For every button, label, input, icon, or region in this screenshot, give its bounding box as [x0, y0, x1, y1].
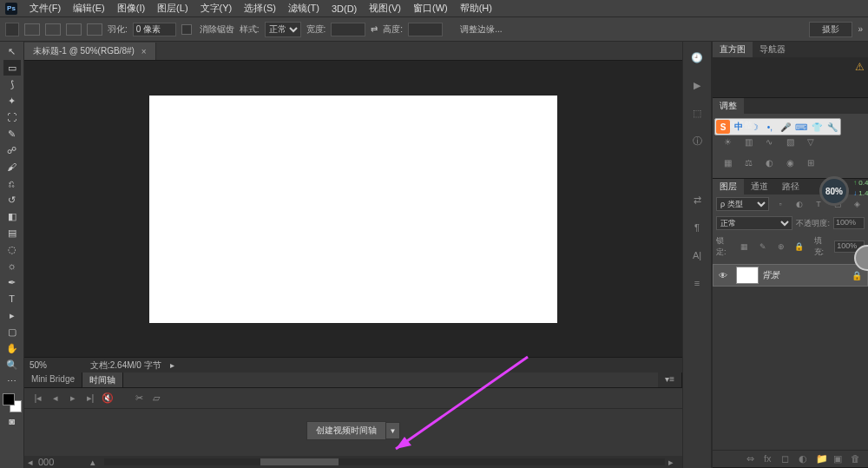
play-icon[interactable]: ▸: [66, 392, 80, 405]
ime-logo-icon[interactable]: S: [716, 120, 730, 134]
tab-mini-bridge[interactable]: Mini Bridge: [24, 372, 82, 387]
channel-mixer-icon[interactable]: ⊞: [803, 155, 819, 169]
path-selection-tool[interactable]: ▸: [3, 307, 21, 323]
group-icon[interactable]: 📁: [816, 453, 828, 465]
menu-filter[interactable]: 滤镜(T): [283, 0, 325, 16]
gradient-tool[interactable]: ▤: [3, 225, 21, 241]
adjustment-layer-icon[interactable]: ◐: [799, 453, 811, 465]
workspace-menu-icon[interactable]: »: [858, 24, 863, 34]
refine-edge-button[interactable]: 调整边缘...: [460, 23, 502, 36]
audio-icon[interactable]: 🔇: [101, 392, 115, 405]
filter-smart-icon[interactable]: ◈: [849, 197, 865, 211]
curves-icon[interactable]: ∿: [761, 135, 777, 148]
tab-adjustments[interactable]: 调整: [713, 98, 744, 114]
eraser-tool[interactable]: ◧: [3, 208, 21, 224]
lock-pixels-icon[interactable]: ✎: [755, 240, 770, 254]
tab-layers[interactable]: 图层: [713, 179, 744, 194]
intersect-selection-icon[interactable]: [87, 23, 102, 36]
tab-navigator[interactable]: 导航器: [753, 42, 792, 57]
dock-history-icon[interactable]: 🕘: [688, 49, 706, 66]
layer-item-background[interactable]: 👁 背景 🔒: [713, 264, 868, 287]
dock-info-icon[interactable]: ⓘ: [688, 132, 706, 149]
move-tool[interactable]: ↖: [3, 43, 21, 59]
marquee-tool[interactable]: ▭: [3, 60, 21, 76]
color-swatches[interactable]: [3, 393, 22, 412]
quick-mask-icon[interactable]: ◙: [3, 413, 21, 429]
menu-file[interactable]: 文件(F): [24, 0, 66, 16]
magic-wand-tool[interactable]: ✦: [3, 93, 21, 109]
blur-tool[interactable]: ◌: [3, 241, 21, 257]
lock-transparent-icon[interactable]: ▦: [737, 240, 752, 254]
menu-image[interactable]: 图像(I): [112, 0, 150, 16]
tab-paths[interactable]: 路径: [775, 179, 806, 194]
brightness-icon[interactable]: ☀: [720, 135, 735, 148]
link-layers-icon[interactable]: ⇔: [746, 453, 759, 465]
brush-tool[interactable]: 🖌: [3, 159, 21, 175]
filter-type-icon[interactable]: T: [811, 197, 826, 211]
panel-menu-icon[interactable]: ▾≡: [658, 372, 682, 387]
next-frame-icon[interactable]: ▸|: [83, 392, 97, 405]
ime-moon-icon[interactable]: ☽: [747, 120, 761, 134]
scroll-up-icon[interactable]: ▴: [90, 457, 101, 468]
new-layer-icon[interactable]: ▣: [833, 453, 845, 465]
layer-name[interactable]: 背景: [762, 269, 852, 281]
shape-tool[interactable]: ▢: [3, 324, 21, 339]
bw-icon[interactable]: ◐: [761, 155, 777, 169]
add-selection-icon[interactable]: [45, 23, 61, 36]
dock-properties-icon[interactable]: ⬚: [688, 104, 706, 122]
photo-filter-icon[interactable]: ◉: [782, 155, 798, 169]
prev-frame-icon[interactable]: ◂: [49, 392, 62, 405]
dock-styles-icon[interactable]: A|: [688, 247, 706, 264]
menu-select[interactable]: 选择(S): [239, 0, 281, 16]
filter-shape-icon[interactable]: ▢: [830, 197, 845, 211]
crop-tool[interactable]: ⛶: [3, 109, 21, 125]
hue-icon[interactable]: ▦: [720, 155, 735, 169]
dock-actions-icon[interactable]: ▶: [688, 76, 706, 94]
menu-type[interactable]: 文字(Y): [195, 0, 238, 16]
ime-settings-icon[interactable]: 🔧: [825, 120, 839, 134]
workspace-switcher[interactable]: 摄影: [809, 22, 852, 37]
pen-tool[interactable]: ✒: [3, 274, 21, 290]
menu-edit[interactable]: 编辑(E): [68, 0, 110, 16]
exposure-icon[interactable]: ▧: [782, 135, 798, 148]
scroll-left-icon[interactable]: ◂: [28, 457, 38, 468]
opacity-value[interactable]: 100%: [833, 217, 865, 229]
filter-pixel-icon[interactable]: ▫: [773, 197, 788, 211]
layer-thumbnail[interactable]: [736, 267, 759, 284]
dock-paragraph-icon[interactable]: ¶: [688, 219, 706, 236]
balance-icon[interactable]: ⚖: [740, 155, 756, 169]
new-selection-icon[interactable]: [24, 23, 40, 36]
feather-input[interactable]: [133, 23, 176, 36]
scroll-track[interactable]: [104, 458, 665, 465]
foreground-color[interactable]: [3, 393, 15, 405]
clone-stamp-tool[interactable]: ⎌: [3, 175, 21, 191]
ime-punct-icon[interactable]: •,: [763, 120, 777, 134]
menu-help[interactable]: 帮助(H): [455, 0, 497, 16]
levels-icon[interactable]: ▥: [740, 135, 756, 148]
tab-timeline[interactable]: 时间轴: [82, 372, 123, 387]
scroll-right-icon[interactable]: ▸: [668, 457, 679, 468]
menu-view[interactable]: 视图(V): [364, 0, 406, 16]
status-menu-icon[interactable]: ▸: [170, 360, 174, 370]
style-select[interactable]: 正常: [265, 22, 301, 37]
tool-preset-icon[interactable]: [5, 23, 19, 36]
first-frame-icon[interactable]: |◂: [31, 392, 45, 405]
transition-icon[interactable]: ▱: [149, 392, 163, 405]
zoom-level[interactable]: 50%: [30, 360, 82, 370]
tab-channels[interactable]: 通道: [744, 179, 775, 194]
subtract-selection-icon[interactable]: [66, 23, 82, 36]
menu-3d[interactable]: 3D(D): [326, 2, 362, 16]
canvas-viewport[interactable]: [24, 61, 682, 357]
ime-toolbar[interactable]: S 中 ☽ •, 🎤 ⌨ 👕 🔧: [714, 118, 841, 135]
menu-window[interactable]: 窗口(W): [408, 0, 453, 16]
ime-keyboard-icon[interactable]: ⌨: [794, 120, 808, 134]
antialias-checkbox[interactable]: [181, 24, 192, 35]
filter-adjust-icon[interactable]: ◐: [792, 197, 807, 211]
lock-all-icon[interactable]: 🔒: [792, 240, 806, 254]
layer-mask-icon[interactable]: ◻: [781, 453, 793, 465]
eyedropper-tool[interactable]: ✎: [3, 126, 21, 142]
dock-glyph-icon[interactable]: ≡: [688, 274, 706, 292]
type-tool[interactable]: T: [3, 291, 21, 307]
document-tab[interactable]: 未标题-1 @ 50%(RGB/8#) ×: [24, 43, 156, 60]
ime-language-icon[interactable]: 中: [732, 120, 746, 134]
